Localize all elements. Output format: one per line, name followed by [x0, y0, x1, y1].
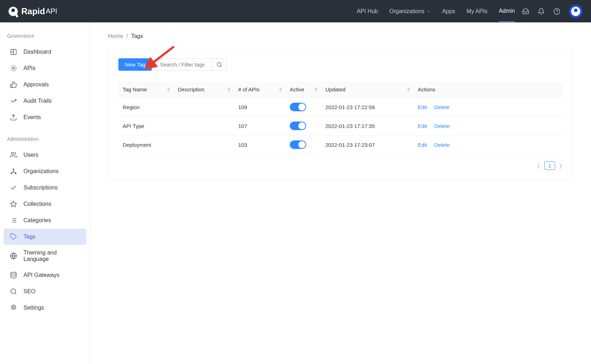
sidebar-item-label: APIs — [23, 65, 36, 71]
sidebar-item-collections[interactable]: Collections — [4, 196, 86, 212]
cell-actions: Edit Delete — [414, 135, 563, 154]
svg-point-25 — [11, 272, 16, 274]
breadcrumb-sep: / — [127, 33, 128, 39]
sidebar-item-label: Dashboard — [23, 49, 51, 55]
svg-point-29 — [13, 306, 15, 308]
search-button[interactable] — [212, 58, 227, 71]
cell-description — [174, 98, 234, 117]
sidebar-item-label: API Gateways — [23, 272, 59, 278]
sidebar-item-label: Events — [23, 114, 41, 121]
sidebar-item-dashboard[interactable]: Dashboard — [4, 44, 86, 60]
header-icons — [522, 5, 582, 18]
svg-line-14 — [14, 172, 16, 173]
dashboard-icon — [10, 48, 17, 55]
help-icon[interactable] — [553, 8, 560, 15]
sidebar-item-users[interactable]: Users — [4, 147, 86, 163]
active-toggle[interactable] — [290, 140, 306, 149]
sidebar-item-label: Tags — [23, 234, 36, 240]
svg-point-5 — [13, 68, 15, 69]
sidebar-item-settings[interactable]: Settings — [4, 300, 86, 316]
nav-organizations-label: Organizations — [389, 8, 425, 15]
svg-line-33 — [220, 66, 222, 67]
sidebar-item-api-gateways[interactable]: API Gateways — [4, 267, 86, 283]
delete-link[interactable]: Delete — [434, 123, 449, 129]
active-toggle[interactable] — [290, 122, 306, 130]
col-description[interactable]: Description — [174, 81, 234, 98]
content: Home / Tags New Tag — [90, 22, 591, 364]
theming-icon — [10, 252, 17, 259]
cell-updated: 2022-01-23 17:23:07 — [321, 135, 414, 154]
panel: New Tag Tag Name Description # of APIs A… — [108, 48, 573, 180]
new-tag-button[interactable]: New Tag — [118, 58, 152, 71]
cell-description — [174, 117, 234, 135]
nav-admin[interactable]: Admin — [499, 1, 515, 22]
sidebar-item-label: Audit Trails — [23, 98, 52, 104]
sidebar-item-label: Approvals — [23, 81, 49, 88]
edit-link[interactable]: Edit — [418, 123, 427, 129]
svg-point-0 — [554, 8, 560, 14]
sidebar-item-categories[interactable]: Categories — [4, 212, 86, 229]
nav-my-apis[interactable]: My APIs — [467, 1, 488, 22]
page-prev[interactable]: ❮ — [537, 163, 541, 168]
settings-icon — [10, 304, 17, 311]
delete-link[interactable]: Delete — [434, 142, 449, 148]
sidebar-item-events[interactable]: Events — [4, 109, 86, 125]
tags-table: Tag Name Description # of APIs Active Up… — [118, 81, 563, 154]
sidebar-section-governance: Governance — [4, 30, 86, 42]
svg-marker-15 — [11, 201, 17, 207]
col-tag-name[interactable]: Tag Name — [118, 81, 174, 98]
sidebar-section-administration: Administration — [4, 133, 86, 145]
sidebar-item-label: Theming and Language — [23, 250, 80, 262]
avatar[interactable] — [569, 5, 582, 18]
breadcrumb-home[interactable]: Home — [108, 33, 123, 39]
col-updated[interactable]: Updated — [321, 81, 414, 98]
chevron-down-icon — [426, 9, 431, 14]
cell-active — [286, 98, 321, 117]
avatar-icon — [571, 7, 580, 16]
organizations-icon — [10, 168, 17, 175]
events-icon — [10, 114, 17, 121]
sidebar: Governance Dashboard APIs Approvals Audi… — [0, 22, 90, 364]
delete-link[interactable]: Delete — [434, 104, 449, 110]
cell-tag-name: API Type — [118, 117, 174, 135]
search-input[interactable] — [155, 58, 212, 71]
sidebar-item-label: Users — [23, 152, 38, 158]
sidebar-item-apis[interactable]: APIs — [4, 60, 86, 76]
svg-point-26 — [11, 289, 16, 294]
sidebar-item-seo[interactable]: SEO — [4, 283, 86, 300]
audit-trails-icon — [10, 97, 17, 105]
col-num-apis[interactable]: # of APIs — [234, 81, 286, 98]
edit-link[interactable]: Edit — [418, 104, 427, 110]
nav-apps[interactable]: Apps — [442, 1, 455, 22]
edit-link[interactable]: Edit — [418, 142, 427, 148]
sidebar-item-theming[interactable]: Theming and Language — [4, 245, 86, 267]
nav-api-hub[interactable]: API Hub — [357, 1, 378, 22]
col-active[interactable]: Active — [286, 81, 321, 98]
logo[interactable]: Rapid API — [9, 6, 57, 16]
api-gateways-icon — [10, 272, 17, 279]
cell-active — [286, 135, 321, 154]
pagination: ❮ 1 ❯ — [118, 161, 563, 170]
sort-icon — [407, 87, 410, 91]
bell-icon[interactable] — [538, 8, 545, 15]
sort-icon — [315, 87, 318, 91]
sidebar-item-organizations[interactable]: Organizations — [4, 163, 86, 180]
cell-active — [286, 117, 321, 135]
page-number[interactable]: 1 — [544, 161, 555, 170]
cell-num-apis: 103 — [234, 135, 286, 154]
inbox-icon[interactable] — [522, 8, 529, 15]
sidebar-item-subscriptions[interactable]: Subscriptions — [4, 180, 86, 196]
sidebar-item-tags[interactable]: Tags — [4, 229, 86, 245]
page-next[interactable]: ❯ — [559, 163, 563, 168]
active-toggle[interactable] — [290, 103, 306, 111]
sidebar-item-label: Settings — [23, 305, 44, 311]
approvals-icon — [10, 81, 17, 88]
tags-icon — [10, 233, 17, 240]
logo-suffix: API — [46, 7, 57, 15]
sidebar-item-audit-trails[interactable]: Audit Trails — [4, 93, 86, 109]
nav-organizations[interactable]: Organizations — [389, 1, 431, 22]
table-row: API Type 107 2022-01-23 17:17:35 Edit De… — [118, 117, 563, 135]
svg-line-27 — [15, 293, 16, 294]
cell-description — [174, 135, 234, 154]
sidebar-item-approvals[interactable]: Approvals — [4, 76, 86, 93]
